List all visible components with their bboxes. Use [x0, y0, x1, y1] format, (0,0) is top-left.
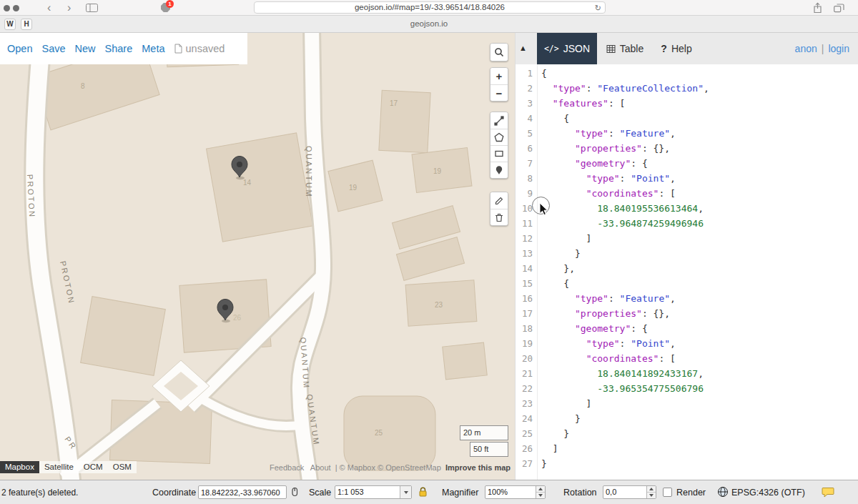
line-number: 18 — [516, 321, 537, 336]
editor-line[interactable]: 15 { — [516, 276, 858, 291]
building-number: 17 — [390, 99, 398, 107]
menu-save-button[interactable]: Save — [41, 43, 65, 54]
editor-line[interactable]: 21 18.840141892433167, — [516, 366, 858, 381]
edit-button[interactable] — [490, 192, 508, 209]
menu-open-button[interactable]: Open — [7, 43, 32, 54]
basemap-mapbox[interactable]: Mapbox — [0, 461, 39, 473]
editor-line[interactable]: 10 18.840195536613464, — [516, 201, 858, 216]
editor-line[interactable]: 7 "geometry": { — [516, 156, 858, 171]
tabs-overview-icon[interactable] — [834, 4, 844, 13]
log-messages-button[interactable] — [822, 487, 834, 498]
editor-line[interactable]: 20 "coordinates": [ — [516, 351, 858, 366]
browser-toolbar: ‹ › 1 geojson.io/#map=19/-33.96514/18.84… — [0, 0, 858, 16]
menu-share-button[interactable]: Share — [105, 43, 133, 54]
tab-table[interactable]: Table — [597, 33, 653, 64]
coordinate-input[interactable] — [198, 485, 287, 499]
panel-collapse-button[interactable]: ▲ — [519, 44, 527, 52]
line-number: 12 — [516, 231, 537, 246]
improve-map-link[interactable]: Improve this map — [445, 463, 511, 472]
draw-line-button[interactable] — [490, 112, 508, 129]
editor-line[interactable]: 27} — [516, 456, 858, 471]
render-checkbox[interactable] — [663, 488, 672, 497]
draw-marker-button[interactable] — [490, 162, 508, 178]
editor-line[interactable]: 2 "type": "FeatureCollection", — [516, 81, 858, 96]
line-number: 23 — [516, 396, 537, 411]
tab-title[interactable]: geojson.io — [0, 16, 858, 32]
editor-line[interactable]: 18 "geometry": { — [516, 321, 858, 336]
spin-down-button[interactable] — [647, 492, 656, 498]
code-icon: </> — [544, 44, 559, 54]
forward-button[interactable]: › — [67, 0, 71, 15]
magnifier-spinbox[interactable]: 100% — [485, 485, 546, 499]
editor-line[interactable]: 6 "properties": {}, — [516, 141, 858, 156]
basemap-ocm[interactable]: OCM — [79, 461, 108, 473]
zoom-out-button[interactable]: − — [490, 84, 508, 101]
search-button[interactable] — [490, 44, 508, 61]
editor-line[interactable]: 26 ] — [516, 441, 858, 456]
rotation-spinbox[interactable]: 0,0 — [603, 485, 656, 499]
back-button[interactable]: ‹ — [47, 0, 51, 15]
map-canvas[interactable]: PROTON PROTON QUANTUM QUANTUM QUANTUM PR… — [0, 33, 515, 480]
editor-line[interactable]: 24 } — [516, 411, 858, 426]
editor-line[interactable]: 14 }, — [516, 261, 858, 276]
delete-button[interactable] — [490, 209, 508, 225]
building-number: 26 — [233, 314, 242, 322]
editor-line[interactable]: 8 "type": "Point", — [516, 171, 858, 186]
editor-line[interactable]: 13 } — [516, 246, 858, 261]
combo-arrow-icon[interactable] — [400, 486, 411, 498]
editor-line[interactable]: 16 "type": "Feature", — [516, 291, 858, 306]
extent-marker-button[interactable] — [289, 486, 300, 498]
editor-line[interactable]: 4 { — [516, 111, 858, 126]
line-number: 2 — [516, 81, 537, 96]
window-dot-icon[interactable] — [4, 5, 10, 11]
spin-up-button[interactable] — [536, 486, 545, 492]
tab-help[interactable]: ? Help — [653, 33, 700, 64]
login-link[interactable]: login — [828, 43, 849, 54]
draw-toolbar — [490, 112, 508, 179]
scale-combobox[interactable]: 1:1 053 — [335, 485, 412, 499]
editor-line[interactable]: 11 -33.964874259496946 — [516, 216, 858, 231]
editor-line[interactable]: 19 "type": "Point", — [516, 336, 858, 351]
spin-up-button[interactable] — [647, 486, 656, 492]
share-icon[interactable] — [813, 2, 822, 14]
search-control — [490, 43, 508, 61]
editor-line[interactable]: 25 } — [516, 426, 858, 441]
scale-lock-icon[interactable] — [418, 486, 428, 498]
building-number: 14 — [243, 179, 252, 187]
line-number: 7 — [516, 156, 537, 171]
spin-down-button[interactable] — [536, 492, 545, 498]
unsaved-indicator[interactable]: unsaved — [174, 43, 225, 54]
editor-line[interactable]: 3 "features": [ — [516, 96, 858, 111]
tab-help-label: Help — [671, 43, 692, 54]
adblock-extension-icon[interactable]: 1 — [161, 3, 171, 13]
tab-json[interactable]: </> JSON — [537, 33, 597, 64]
scale-imperial: 50 ft — [470, 442, 508, 457]
line-number: 17 — [516, 306, 537, 321]
json-editor[interactable]: 1{2 "type": "FeatureCollection",3 "featu… — [516, 64, 858, 480]
sidebar-icon[interactable] — [86, 4, 98, 12]
menu-meta-button[interactable]: Meta — [142, 43, 164, 54]
feedback-link[interactable]: Feedback — [270, 463, 304, 472]
reload-icon[interactable]: ↻ — [595, 2, 601, 14]
address-bar[interactable]: geojson.io/#map=19/-33.96514/18.84026 ↻ — [254, 1, 606, 14]
zoom-in-button[interactable]: + — [490, 68, 508, 84]
editor-line[interactable]: 12 ] — [516, 231, 858, 246]
window-dot-icon[interactable] — [13, 5, 19, 11]
editor-line[interactable]: 1{ — [516, 66, 858, 81]
plus-icon: + — [496, 71, 503, 81]
anon-link[interactable]: anon — [795, 43, 817, 54]
draw-polygon-button[interactable] — [490, 129, 508, 145]
about-link[interactable]: About — [310, 463, 331, 472]
basemap-osm[interactable]: OSM — [108, 461, 137, 473]
editor-line[interactable]: 5 "type": "Feature", — [516, 126, 858, 141]
menu-new-button[interactable]: New — [75, 43, 96, 54]
editor-line[interactable]: 9 "coordinates": [ — [516, 186, 858, 201]
editor-line[interactable]: 17 "properties": {}, — [516, 306, 858, 321]
crs-button[interactable]: EPSG:4326 (OTF) — [731, 488, 805, 498]
basemap-satellite[interactable]: Satellite — [39, 461, 79, 473]
editor-line[interactable]: 22 -33.965354775506796 — [516, 381, 858, 396]
draw-rectangle-button[interactable] — [490, 145, 508, 162]
building-number: 8 — [81, 82, 85, 90]
editor-line[interactable]: 23 ] — [516, 396, 858, 411]
globe-icon[interactable] — [717, 486, 729, 498]
